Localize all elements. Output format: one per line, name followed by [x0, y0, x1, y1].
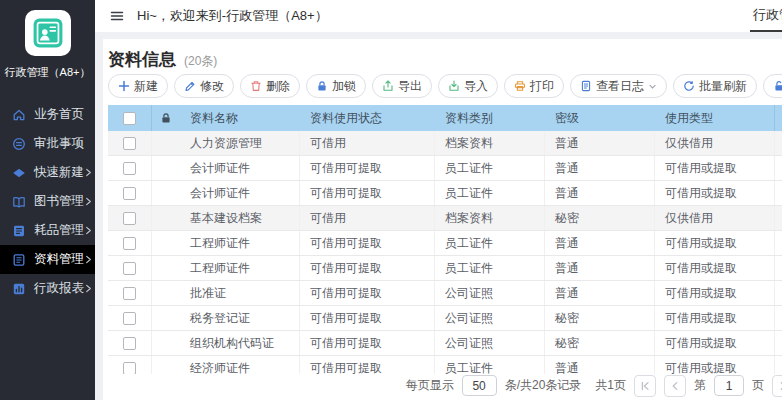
row-select-cell: [108, 331, 152, 355]
records-summary: 条/共20条记录: [505, 377, 582, 394]
table-row[interactable]: 会计师证件可借用可提取员工证件普通可借用或提取: [108, 156, 782, 181]
total-pages: 共1页: [595, 377, 626, 394]
cell-category: 员工证件: [435, 181, 545, 205]
cell-extra: [775, 231, 782, 255]
cell-extra: [775, 356, 782, 374]
data-table: 资料名称 资料使用状态 资料类别 密级 使用类型 人力资源管理可借用档案资料普通…: [108, 105, 782, 374]
sidebar-item-1[interactable]: 审批事项: [0, 129, 95, 158]
cell-status: 可借用可提取: [300, 156, 435, 180]
row-checkbox[interactable]: [123, 187, 136, 200]
row-lock-cell: [152, 256, 180, 280]
row-checkbox[interactable]: [123, 312, 136, 325]
toolbar-button-8[interactable]: 批量刷新: [673, 74, 757, 98]
per-page-label: 每页显示: [406, 377, 454, 394]
cell-category: 公司证照: [435, 306, 545, 330]
header-select-all[interactable]: [108, 105, 152, 131]
row-lock-cell: [152, 231, 180, 255]
toolbar-button-0[interactable]: 新建: [108, 74, 168, 98]
table-row[interactable]: 工程师证件可借用可提取员工证件普通可借用或提取: [108, 231, 782, 256]
row-lock-cell: [152, 156, 180, 180]
cell-category: 公司证照: [435, 331, 545, 355]
per-page-input[interactable]: [462, 375, 497, 396]
sidebar-item-5[interactable]: 资料管理: [0, 245, 95, 274]
lock-icon: [316, 80, 328, 92]
chevron-right-icon: [84, 168, 93, 177]
cell-name: 会计师证件: [180, 181, 300, 205]
table-row[interactable]: 经济师证件可借用可提取员工证件普通可借用或提取: [108, 356, 782, 374]
row-select-cell: [108, 156, 152, 180]
toolbar-button-5[interactable]: 导入: [438, 74, 498, 98]
cell-category: 员工证件: [435, 231, 545, 255]
approval-icon: [12, 137, 26, 151]
goto-page-input[interactable]: [714, 375, 744, 396]
row-checkbox[interactable]: [123, 237, 136, 250]
sidebar-item-label: 快速新建: [34, 164, 84, 181]
toolbar-button-3[interactable]: 加锁: [306, 74, 366, 98]
sidebar: 行政管理（A8+） 业务首页审批事项快速新建图书管理耗品管理资料管理行政报表: [0, 0, 95, 400]
cell-extra: [775, 281, 782, 305]
sidebar-item-label: 图书管理: [34, 193, 84, 210]
hamburger-menu-icon[interactable]: [110, 9, 124, 23]
sidebar-item-label: 资料管理: [34, 251, 84, 268]
trash-icon: [250, 80, 262, 92]
row-lock-cell: [152, 331, 180, 355]
row-select-cell: [108, 281, 152, 305]
toolbar: 新建修改删除加锁导出导入打印查看日志批量刷新解锁扫一扫: [103, 69, 782, 105]
cell-status: 可借用可提取: [300, 331, 435, 355]
goto-prefix: 第: [694, 377, 706, 394]
home-icon: [12, 108, 26, 122]
table-row[interactable]: 人力资源管理可借用档案资料普通仅供借用: [108, 131, 782, 156]
table-row[interactable]: 税务登记证可借用可提取公司证照秘密可借用或提取: [108, 306, 782, 331]
import-icon: [448, 80, 460, 92]
report-icon: [12, 282, 26, 296]
row-select-cell: [108, 256, 152, 280]
first-page-button[interactable]: [634, 375, 656, 397]
row-lock-cell: [152, 206, 180, 230]
column-header-category: 资料类别: [435, 105, 545, 131]
row-checkbox[interactable]: [123, 287, 136, 300]
table-row[interactable]: 组织机构代码证可借用可提取公司证照秘密可借用或提取: [108, 331, 782, 356]
cell-name: 工程师证件: [180, 231, 300, 255]
cell-level: 普通: [545, 231, 655, 255]
column-header-extra: [775, 105, 782, 131]
sidebar-item-0[interactable]: 业务首页: [0, 100, 95, 129]
row-checkbox[interactable]: [123, 362, 136, 375]
chevron-right-icon: [84, 197, 93, 206]
cell-usage: 可借用或提取: [655, 281, 775, 305]
row-checkbox[interactable]: [123, 337, 136, 350]
sidebar-item-3[interactable]: 图书管理: [0, 187, 95, 216]
tab-current-app[interactable]: 行政管理: [750, 0, 782, 32]
app-name: 行政管理（A8+）: [2, 65, 93, 79]
printer-icon: [514, 80, 526, 92]
select-all-checkbox[interactable]: [123, 112, 136, 125]
sidebar-item-label: 行政报表: [34, 280, 84, 297]
table-row[interactable]: 会计师证件可借用可提取员工证件普通可借用或提取: [108, 181, 782, 206]
prev-page-button[interactable]: [664, 375, 686, 397]
sidebar-item-6[interactable]: 行政报表: [0, 274, 95, 303]
chevron-right-icon: [84, 226, 93, 235]
table-row[interactable]: 基本建设档案可借用档案资料秘密仅供借用: [108, 206, 782, 231]
row-checkbox[interactable]: [123, 262, 136, 275]
table-row[interactable]: 批准证可借用可提取公司证照普通可借用或提取: [108, 281, 782, 306]
toolbar-button-6[interactable]: 打印: [504, 74, 564, 98]
row-checkbox[interactable]: [123, 162, 136, 175]
toolbar-button-7[interactable]: 查看日志: [570, 74, 667, 98]
row-checkbox[interactable]: [123, 137, 136, 150]
cell-usage: 可借用或提取: [655, 231, 775, 255]
sidebar-item-2[interactable]: 快速新建: [0, 158, 95, 187]
pagination-bar: 每页显示 条/共20条记录 共1页 第 页: [103, 374, 782, 400]
consumables-icon: [12, 224, 26, 238]
next-page-button[interactable]: [772, 375, 782, 397]
toolbar-button-4[interactable]: 导出: [372, 74, 432, 98]
greeting-text: Hi~，欢迎来到-行政管理（A8+）: [137, 7, 328, 25]
row-checkbox[interactable]: [123, 212, 136, 225]
toolbar-button-9[interactable]: 解锁: [763, 74, 782, 98]
app-logo: 行政管理（A8+）: [0, 0, 95, 80]
toolbar-button-2[interactable]: 删除: [240, 74, 300, 98]
cell-category: 员工证件: [435, 256, 545, 280]
unlock-icon: [773, 80, 782, 92]
table-row[interactable]: 工程师证件可借用可提取员工证件普通可借用或提取: [108, 256, 782, 281]
book-icon: [12, 195, 26, 209]
sidebar-item-4[interactable]: 耗品管理: [0, 216, 95, 245]
toolbar-button-1[interactable]: 修改: [174, 74, 234, 98]
